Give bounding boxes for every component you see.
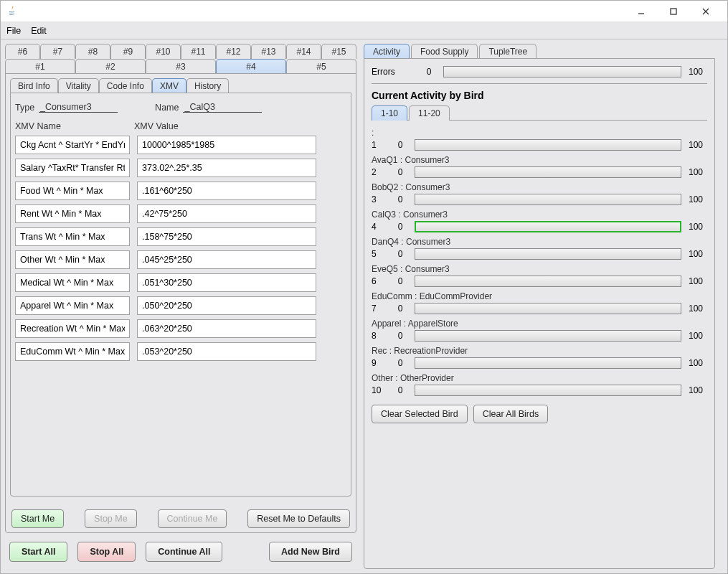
bird-label-6: EveQ5 : Consumer3 — [372, 264, 707, 274]
bird-id-10: 10 — [372, 385, 386, 395]
name-label: Name — [155, 103, 179, 113]
xmv-name-0[interactable] — [15, 136, 130, 154]
stop-all-button[interactable]: Stop All — [77, 542, 136, 562]
bird-zero-8: 0 — [393, 331, 407, 341]
menu-file[interactable]: File — [6, 26, 21, 36]
bird-zero-2: 0 — [393, 167, 407, 177]
bird-id-4: 4 — [372, 222, 386, 232]
bird-bar-5[interactable] — [415, 248, 681, 260]
xmv-name-8[interactable] — [15, 319, 130, 338]
maximize-button[interactable] — [657, 1, 689, 22]
bird-label-7: EduComm : EduCommProvider — [372, 291, 707, 301]
bird-hund-9: 100 — [689, 358, 707, 368]
bird-bar-9[interactable] — [415, 357, 681, 369]
bird-bar-7[interactable] — [415, 303, 681, 314]
tab-num14[interactable]: #14 — [286, 44, 321, 59]
bird-zero-6: 0 — [393, 276, 407, 286]
xmv-value-8[interactable] — [137, 319, 316, 338]
bird-hund-1: 100 — [689, 140, 707, 150]
minimize-button[interactable] — [625, 1, 657, 22]
tab-num3[interactable]: #3 — [146, 59, 216, 74]
tab-num6[interactable]: #6 — [5, 44, 40, 59]
xmv-name-4[interactable] — [15, 227, 130, 246]
titlebar — [1, 1, 727, 22]
bird-zero-10: 0 — [393, 385, 407, 395]
tab-food-supply[interactable]: Food Supply — [411, 44, 478, 59]
bird-bar-8[interactable] — [415, 330, 681, 342]
tab-num9[interactable]: #9 — [110, 44, 146, 59]
xmv-name-3[interactable] — [15, 204, 130, 223]
tab-num7[interactable]: #7 — [40, 44, 75, 59]
bird-hund-3: 100 — [689, 194, 707, 204]
bird-id-6: 6 — [372, 276, 386, 286]
bird-hund-7: 100 — [689, 304, 707, 314]
xmv-value-1[interactable] — [137, 159, 316, 177]
tab-tupletree[interactable]: TupleTree — [479, 44, 536, 59]
bird-zero-7: 0 — [393, 304, 407, 314]
tab-num10[interactable]: #10 — [146, 44, 181, 59]
xmv-name-1[interactable] — [15, 159, 130, 177]
clear-all-birds-button[interactable]: Clear All Birds — [473, 405, 549, 423]
bird-bar-2[interactable] — [415, 166, 681, 178]
tab-history[interactable]: History — [186, 78, 229, 93]
xmv-value-header: XMV Value — [134, 121, 179, 131]
range-tab-11-20[interactable]: 11-20 — [409, 105, 450, 121]
bird-bar-4[interactable] — [415, 221, 681, 232]
tab-num5[interactable]: #5 — [286, 59, 356, 74]
tab-num12[interactable]: #12 — [216, 44, 251, 59]
bird-bar-6[interactable] — [415, 276, 681, 287]
tab-activity[interactable]: Activity — [364, 44, 410, 59]
java-icon — [6, 4, 18, 18]
xmv-value-5[interactable] — [137, 250, 316, 269]
xmv-name-7[interactable] — [15, 296, 130, 315]
xmv-value-4[interactable] — [137, 227, 316, 246]
tab-num1[interactable]: #1 — [5, 59, 75, 74]
xmv-value-9[interactable] — [137, 342, 316, 361]
xmv-name-5[interactable] — [15, 250, 130, 269]
bird-bar-10[interactable] — [415, 385, 681, 396]
bird-label-2: AvaQ1 : Consumer3 — [372, 155, 707, 165]
tab-num4[interactable]: #4 — [216, 59, 286, 74]
add-new-bird-button[interactable]: Add New Bird — [269, 542, 352, 562]
tab-num11[interactable]: #11 — [181, 44, 216, 59]
bird-bar-1[interactable] — [415, 139, 681, 151]
xmv-name-9[interactable] — [15, 342, 130, 361]
xmv-value-7[interactable] — [137, 296, 316, 315]
bird-hund-10: 100 — [689, 385, 707, 395]
bird-id-8: 8 — [372, 331, 386, 341]
range-tab-1-10[interactable]: 1-10 — [372, 105, 407, 121]
tab-xmv[interactable]: XMV — [152, 78, 186, 93]
bird-zero-1: 0 — [393, 140, 407, 150]
tab-bird-info[interactable]: Bird Info — [10, 78, 58, 93]
tab-code-info[interactable]: Code Info — [99, 78, 152, 93]
xmv-value-6[interactable] — [137, 273, 316, 292]
errors-bar[interactable] — [443, 66, 681, 77]
bird-id-3: 3 — [372, 194, 386, 204]
activity-title: Current Activity by Bird — [372, 90, 707, 101]
tab-num2[interactable]: #2 — [75, 59, 146, 74]
xmv-name-2[interactable] — [15, 182, 130, 200]
tab-vitality[interactable]: Vitality — [58, 78, 99, 93]
close-button[interactable] — [689, 1, 722, 22]
xmv-value-3[interactable] — [137, 204, 316, 223]
menu-edit[interactable]: Edit — [31, 26, 47, 36]
bird-label-9: Rec : RecreationProvider — [372, 346, 707, 356]
xmv-value-0[interactable] — [137, 136, 316, 154]
tab-num8[interactable]: #8 — [75, 44, 110, 59]
bird-id-1: 1 — [372, 140, 386, 150]
clear-selected-bird-button[interactable]: Clear Selected Bird — [372, 405, 468, 423]
bird-hund-6: 100 — [689, 276, 707, 286]
reset-defaults-button[interactable]: Reset Me to Defaults — [247, 509, 350, 528]
start-all-button[interactable]: Start All — [9, 542, 67, 562]
bird-zero-3: 0 — [393, 194, 407, 204]
xmv-value-2[interactable] — [137, 182, 316, 200]
start-me-button[interactable]: Start Me — [11, 509, 64, 528]
continue-all-button[interactable]: Continue All — [146, 542, 222, 562]
xmv-name-6[interactable] — [15, 273, 130, 292]
name-value: _CalQ3 — [183, 102, 262, 113]
tab-num13[interactable]: #13 — [251, 44, 286, 59]
stop-me-button[interactable]: Stop Me — [85, 509, 137, 528]
bird-bar-3[interactable] — [415, 194, 681, 205]
continue-me-button[interactable]: Continue Me — [158, 509, 227, 528]
tab-num15[interactable]: #15 — [321, 44, 356, 59]
